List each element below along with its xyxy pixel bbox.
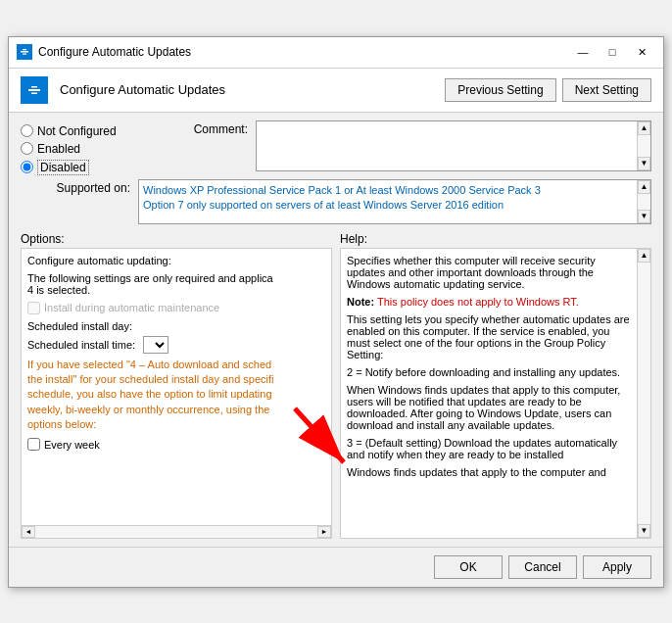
- ok-button[interactable]: OK: [434, 555, 503, 579]
- help-section-label: Help:: [340, 232, 367, 246]
- help-scroll-track: [638, 263, 650, 524]
- scheduled-time-select[interactable]: [143, 336, 168, 354]
- enabled-radio[interactable]: [21, 142, 33, 155]
- options-content: Configure automatic updating: The follow…: [22, 249, 331, 525]
- help-panel: Specifies whether this computer will rec…: [340, 248, 651, 539]
- comment-scroll-down[interactable]: ▼: [638, 157, 650, 170]
- options-label-wrapper: Options:: [21, 232, 332, 246]
- next-setting-button[interactable]: Next Setting: [562, 78, 651, 102]
- supported-text: Windows XP Professional Service Pack 1 o…: [139, 180, 637, 223]
- not-configured-label: Not Configured: [37, 124, 117, 138]
- disabled-label: Disabled: [37, 160, 89, 175]
- disabled-radio[interactable]: [21, 161, 33, 173]
- comment-scroll-track: [638, 135, 650, 157]
- every-week-label: Every week: [44, 439, 100, 451]
- scheduled-time-label: Scheduled install time:: [27, 339, 135, 351]
- comment-label: Comment:: [138, 120, 256, 136]
- hscroll-right[interactable]: ►: [317, 526, 331, 538]
- help-p6: 3 = (Default setting) Download the updat…: [347, 437, 631, 460]
- section-labels: Options: Help:: [21, 232, 651, 246]
- hscroll-left[interactable]: ◄: [22, 526, 35, 538]
- nav-buttons: Previous Setting Next Setting: [445, 78, 651, 102]
- dialog-header: Configure Automatic Updates Previous Set…: [9, 69, 663, 113]
- help-p3: This setting lets you specify whether au…: [347, 313, 631, 360]
- install-maintenance-checkbox[interactable]: [27, 302, 40, 314]
- svg-rect-2: [23, 49, 26, 50]
- window-title: Configure Automatic Updates: [38, 45, 569, 59]
- following-text: The following settings are only required…: [27, 272, 325, 296]
- every-week-row[interactable]: Every week: [27, 438, 325, 451]
- not-configured-option[interactable]: Not Configured: [21, 124, 138, 138]
- disabled-option[interactable]: Disabled: [21, 160, 138, 175]
- previous-setting-button[interactable]: Previous Setting: [445, 78, 555, 102]
- options-panel: Configure automatic updating: The follow…: [21, 248, 332, 539]
- configure-updating-label: Configure automatic updating:: [27, 255, 325, 266]
- help-p4: 2 = Notify before downloading and instal…: [347, 366, 631, 378]
- help-p1: Specifies whether this computer will rec…: [347, 255, 631, 290]
- comment-scroll-up[interactable]: ▲: [638, 121, 650, 135]
- supported-label: Supported on:: [21, 179, 138, 224]
- install-maintenance-row[interactable]: Install during automatic maintenance: [27, 302, 325, 314]
- help-vscroll[interactable]: ▲ ▼: [637, 249, 650, 538]
- help-scroll-up[interactable]: ▲: [638, 249, 650, 263]
- hscroll-track: [35, 526, 317, 538]
- supported-scroll-up[interactable]: ▲: [638, 180, 650, 194]
- svg-rect-6: [31, 86, 37, 88]
- svg-rect-5: [28, 89, 40, 91]
- scheduled-time-row: Scheduled install time:: [27, 336, 325, 354]
- comment-box[interactable]: ▲ ▼: [256, 120, 651, 171]
- svg-rect-1: [21, 51, 28, 53]
- svg-rect-7: [31, 92, 37, 94]
- supported-section: Supported on: Windows XP Professional Se…: [21, 179, 651, 224]
- help-content: Specifies whether this computer will rec…: [341, 249, 637, 538]
- every-week-checkbox[interactable]: [27, 438, 40, 451]
- apply-button[interactable]: Apply: [583, 555, 651, 579]
- options-hscrollbar[interactable]: ◄ ►: [22, 525, 331, 538]
- help-p5: When Windows finds updates that apply to…: [347, 384, 631, 431]
- svg-rect-3: [23, 54, 26, 55]
- main-window: Configure Automatic Updates — □ ✕ Config…: [8, 36, 664, 588]
- minimize-button[interactable]: —: [569, 42, 597, 62]
- supported-text-line2: Option 7 only supported on servers of at…: [143, 199, 504, 211]
- comment-textarea[interactable]: [257, 121, 637, 170]
- dialog-title: Configure Automatic Updates: [60, 82, 433, 97]
- not-configured-radio[interactable]: [21, 124, 33, 137]
- help-note-bold: Note:: [347, 296, 374, 308]
- supported-scroll-down[interactable]: ▼: [638, 210, 650, 223]
- help-label-wrapper: Help:: [340, 232, 651, 246]
- dialog-icon: [21, 76, 48, 104]
- window-controls: — □ ✕: [569, 42, 655, 62]
- help-p7: Windows finds updates that apply to the …: [347, 466, 631, 478]
- enabled-option[interactable]: Enabled: [21, 142, 138, 156]
- title-bar: Configure Automatic Updates — □ ✕: [9, 37, 663, 69]
- comment-vscroll[interactable]: ▲ ▼: [637, 121, 650, 170]
- supported-vscroll[interactable]: ▲ ▼: [637, 180, 650, 223]
- maximize-button[interactable]: □: [599, 42, 626, 62]
- options-section-label: Options:: [21, 232, 65, 246]
- scheduled-day-label: Scheduled install day:: [27, 320, 325, 332]
- auto-download-text: If you have selected "4 – Auto download …: [27, 358, 325, 433]
- cancel-button[interactable]: Cancel: [508, 555, 577, 579]
- install-maintenance-label: Install during automatic maintenance: [44, 302, 219, 313]
- dialog-footer: OK Cancel Apply: [9, 547, 663, 587]
- supported-scroll-track: [638, 194, 650, 210]
- enabled-label: Enabled: [37, 142, 80, 156]
- help-scroll-down[interactable]: ▼: [638, 524, 650, 538]
- main-content: Not Configured Enabled Disabled Comment:: [9, 113, 663, 547]
- panels: Configure automatic updating: The follow…: [21, 248, 651, 539]
- help-p2: Note: This policy does not apply to Wind…: [347, 296, 631, 308]
- close-button[interactable]: ✕: [628, 42, 655, 62]
- window-icon: [17, 44, 32, 60]
- supported-content-box: Windows XP Professional Service Pack 1 o…: [138, 179, 651, 224]
- supported-text-line1: Windows XP Professional Service Pack 1 o…: [143, 184, 541, 196]
- help-note-text: This policy does not apply to Windows RT…: [377, 296, 579, 308]
